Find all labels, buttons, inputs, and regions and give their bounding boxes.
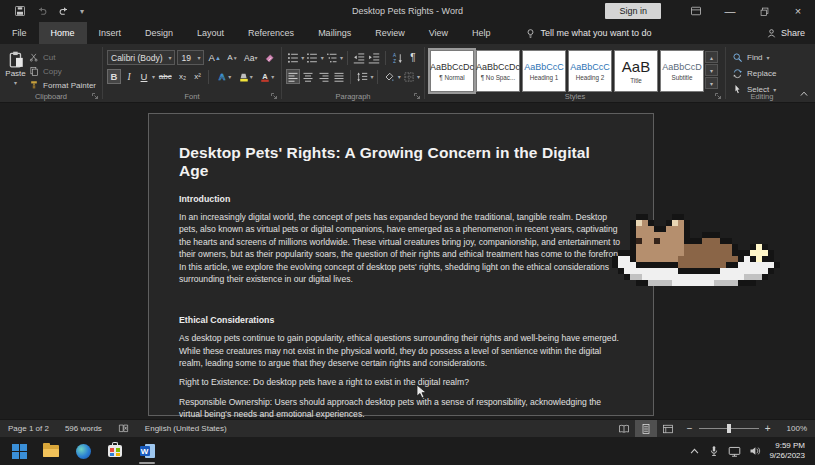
clipboard-dialog-launcher-icon[interactable] — [91, 92, 99, 100]
tab-view[interactable]: View — [417, 22, 460, 44]
align-right-button[interactable] — [317, 69, 331, 84]
close-button[interactable]: × — [781, 0, 815, 22]
zoom-slider-handle[interactable] — [727, 424, 731, 433]
page-indicator[interactable]: Page 1 of 2 — [0, 420, 57, 437]
speaker-icon[interactable] — [749, 445, 761, 457]
style-no-spacing[interactable]: AaBbCcDc ¶ No Spac... — [476, 50, 520, 92]
document-page[interactable]: Desktop Pets' Rights: A Growing Concern … — [148, 113, 654, 416]
superscript-button[interactable]: x² — [190, 69, 204, 84]
font-name-select[interactable]: Calibri (Body)▾ — [107, 50, 175, 65]
styles-scroll-up-icon[interactable]: ▴ — [705, 51, 718, 63]
redo-icon[interactable] — [58, 5, 70, 17]
show-hide-marks-button[interactable]: ¶ — [406, 50, 420, 65]
taskbar-clock[interactable]: 9:59 PM 9/26/2023 — [769, 441, 805, 461]
font-size-select[interactable]: 19▾ — [177, 50, 204, 65]
zoom-in-button[interactable]: + — [765, 423, 771, 434]
tab-file[interactable]: File — [0, 22, 39, 44]
style-normal[interactable]: AaBbCcDc ¶ Normal — [430, 50, 474, 92]
desktop-pet-cat-icon[interactable] — [612, 214, 780, 290]
read-mode-button[interactable] — [613, 420, 635, 438]
zoom-out-button[interactable]: − — [687, 423, 693, 434]
strikethrough-button[interactable]: abc — [156, 69, 174, 84]
increase-indent-button[interactable] — [367, 50, 381, 65]
shading-button[interactable] — [382, 69, 396, 84]
clear-formatting-button[interactable] — [261, 50, 277, 65]
paragraph-dialog-launcher-icon[interactable] — [413, 92, 421, 100]
hidden-icons-chevron-icon[interactable] — [689, 446, 700, 457]
bullets-button[interactable] — [286, 50, 300, 65]
numbering-button[interactable] — [305, 50, 319, 65]
restore-button[interactable] — [747, 0, 781, 22]
tab-layout[interactable]: Layout — [185, 22, 236, 44]
save-icon[interactable] — [14, 5, 26, 17]
multilevel-dropdown-icon[interactable]: ▾ — [340, 54, 343, 61]
underline-dropdown-icon[interactable]: ▾ — [152, 73, 155, 80]
start-button[interactable] — [6, 438, 32, 464]
microphone-icon[interactable] — [708, 445, 720, 457]
styles-scroll-down-icon[interactable]: ▾ — [705, 64, 718, 76]
tab-references[interactable]: References — [236, 22, 306, 44]
font-dialog-launcher-icon[interactable] — [270, 92, 278, 100]
style-subtitle[interactable]: AaBbCcD Subtitle — [660, 50, 704, 92]
tab-mailings[interactable]: Mailings — [306, 22, 363, 44]
minimize-button[interactable]: — — [713, 0, 747, 22]
line-spacing-button[interactable] — [355, 69, 369, 84]
subscript-button[interactable]: x₂ — [175, 69, 189, 84]
underline-button[interactable]: U — [137, 69, 151, 84]
cut-button[interactable]: Cut — [27, 51, 98, 63]
change-case-button[interactable]: Aa▾ — [242, 50, 260, 65]
sign-in-button[interactable]: Sign in — [605, 3, 661, 19]
shrink-font-button[interactable]: A▼ — [225, 50, 240, 65]
align-left-button[interactable] — [286, 69, 300, 84]
grow-font-button[interactable]: A▲ — [206, 50, 223, 65]
zoom-level[interactable]: 100% — [779, 424, 815, 433]
tab-insert[interactable]: Insert — [87, 22, 134, 44]
copy-button[interactable]: Copy — [27, 65, 98, 77]
ribbon-display-options-icon[interactable] — [679, 0, 713, 22]
tab-home[interactable]: Home — [39, 22, 87, 44]
font-color-button[interactable]: A▾ — [256, 69, 277, 84]
word-taskbar-button[interactable]: W — [134, 438, 160, 464]
bullets-dropdown-icon[interactable]: ▾ — [301, 54, 304, 61]
word-count[interactable]: 596 words — [57, 420, 110, 437]
share-button[interactable]: Share — [766, 22, 805, 44]
web-layout-button[interactable] — [657, 420, 679, 438]
zoom-slider[interactable] — [699, 428, 759, 429]
network-display-icon[interactable] — [728, 445, 741, 458]
tab-help[interactable]: Help — [460, 22, 503, 44]
styles-dialog-launcher-icon[interactable] — [714, 92, 722, 100]
align-center-button[interactable] — [301, 69, 315, 84]
highlight-color-button[interactable]: ▾ — [235, 69, 256, 84]
italic-button[interactable]: I — [122, 69, 136, 84]
style-title[interactable]: AaB Title — [614, 50, 658, 92]
paste-button[interactable]: Paste ▾ — [4, 48, 27, 88]
proofing-status-icon[interactable] — [110, 420, 137, 437]
edge-button[interactable] — [70, 438, 96, 464]
style-heading1[interactable]: AaBbCcC Heading 1 — [522, 50, 566, 92]
format-painter-button[interactable]: Format Painter — [27, 79, 98, 91]
tell-me-box[interactable]: Tell me what you want to do — [525, 22, 652, 44]
find-button[interactable]: Find▾ — [730, 51, 778, 64]
borders-button[interactable] — [402, 69, 416, 84]
customize-qat-icon[interactable]: ▾ — [80, 7, 84, 16]
bold-button[interactable]: B — [107, 69, 121, 84]
undo-icon[interactable] — [36, 5, 48, 17]
shading-dropdown-icon[interactable]: ▾ — [398, 73, 401, 80]
microsoft-store-button[interactable] — [102, 438, 128, 464]
numbering-dropdown-icon[interactable]: ▾ — [321, 54, 324, 61]
print-layout-button[interactable] — [635, 420, 657, 438]
styles-more-icon[interactable]: ▾ — [705, 77, 718, 89]
style-heading2[interactable]: AaBbCcC Heading 2 — [568, 50, 612, 92]
multilevel-list-button[interactable] — [325, 50, 339, 65]
file-explorer-button[interactable] — [38, 438, 64, 464]
tab-design[interactable]: Design — [133, 22, 185, 44]
line-spacing-dropdown-icon[interactable]: ▾ — [370, 73, 373, 80]
text-effects-button[interactable]: A▾ — [213, 69, 234, 84]
borders-dropdown-icon[interactable]: ▾ — [417, 73, 420, 80]
collapse-ribbon-icon[interactable] — [799, 89, 809, 99]
sort-button[interactable]: AZ — [390, 50, 404, 65]
tab-review[interactable]: Review — [363, 22, 417, 44]
language-indicator[interactable]: English (United States) — [137, 420, 235, 437]
justify-button[interactable] — [332, 69, 346, 84]
replace-button[interactable]: Replace — [730, 67, 778, 80]
